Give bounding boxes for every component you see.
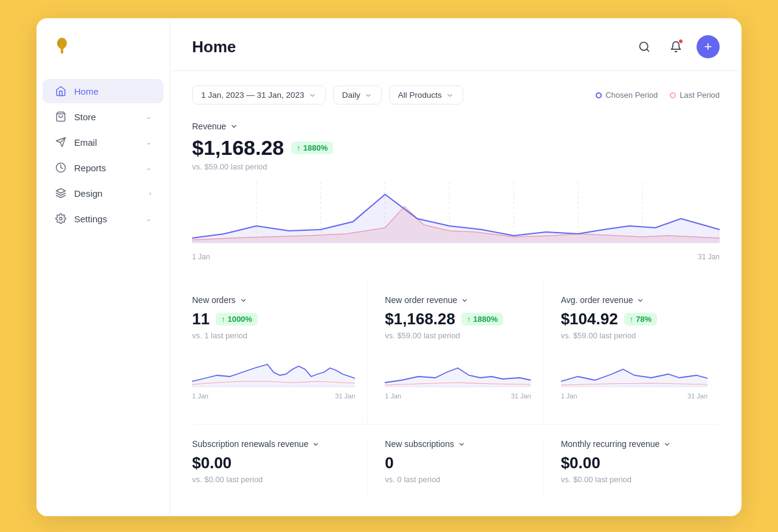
- sidebar-item-settings[interactable]: Settings ⌄: [43, 206, 164, 231]
- app-window: Home Store ⌄: [36, 18, 742, 516]
- legend-chosen-period: Chosen Period: [596, 90, 658, 100]
- new-orders-badge: ↑ 1000%: [216, 313, 258, 326]
- new-order-revenue-chart-labels: 1 Jan 31 Jan: [385, 392, 531, 400]
- metric-new-order-revenue: New order revenue $1,168.28 ↑ 1880% vs. …: [368, 281, 543, 424]
- sidebar-item-store-label: Store: [74, 112, 96, 122]
- reports-icon: [55, 162, 67, 174]
- filters-bar: 1 Jan, 2023 — 31 Jan, 2023 Daily All Pro…: [192, 86, 720, 104]
- new-order-revenue-label[interactable]: New order revenue: [385, 295, 531, 305]
- avg-order-revenue-chevron: [636, 296, 644, 304]
- sub-renewals-chevron: [312, 440, 320, 448]
- settings-chevron: ⌄: [146, 215, 151, 223]
- sub-renewals-vs: vs. $0.00 last period: [192, 475, 355, 484]
- legend-chosen-dot: [596, 92, 602, 98]
- sidebar-item-store[interactable]: Store ⌄: [43, 104, 164, 129]
- date-range-filter[interactable]: 1 Jan, 2023 — 31 Jan, 2023: [192, 86, 326, 104]
- mrr-label[interactable]: Monthly recurring revenue: [561, 439, 707, 449]
- sidebar-item-design[interactable]: Design ›: [43, 181, 164, 205]
- mrr-vs: vs. $0.00 last period: [561, 475, 707, 484]
- main-panel: Home + 1 Jan: [170, 18, 742, 516]
- new-orders-label[interactable]: New orders: [192, 295, 355, 305]
- header-actions: +: [633, 35, 720, 58]
- avg-order-revenue-label[interactable]: Avg. order revenue: [561, 295, 707, 305]
- new-orders-vs: vs. 1 last period: [192, 331, 355, 340]
- new-subs-vs: vs. 0 last period: [385, 475, 531, 484]
- new-subs-value: 0: [385, 454, 531, 472]
- sidebar-nav: Home Store ⌄: [36, 79, 170, 231]
- product-filter[interactable]: All Products: [389, 86, 463, 104]
- metric-mrr: Monthly recurring revenue $0.00 vs. $0.0…: [544, 439, 720, 495]
- new-order-revenue-chevron: [461, 296, 469, 304]
- legend-last-period: Last Period: [670, 90, 720, 100]
- mrr-value: $0.00: [561, 454, 707, 472]
- new-order-revenue-chart: [385, 351, 531, 387]
- metric-avg-order-revenue: Avg. order revenue $104.92 ↑ 78% vs. $59…: [544, 281, 720, 424]
- new-orders-chevron: [239, 296, 247, 304]
- svg-line-6: [647, 49, 649, 52]
- sidebar-item-design-label: Design: [74, 188, 103, 199]
- new-order-revenue-badge: ↑ 1880%: [461, 313, 503, 326]
- sidebar-item-email[interactable]: Email ⌄: [43, 130, 164, 154]
- reports-chevron: ⌄: [146, 164, 151, 172]
- logo-icon: [51, 35, 73, 57]
- design-icon: [55, 187, 67, 199]
- design-chevron: ›: [149, 189, 151, 197]
- revenue-chevron-icon: [230, 122, 238, 131]
- legend-last-dot: [670, 92, 676, 98]
- avg-order-revenue-chart: [561, 351, 707, 387]
- new-orders-value: 11 ↑ 1000%: [192, 310, 355, 329]
- metrics-grid: New orders 11 ↑ 1000% vs. 1 last period: [192, 281, 720, 424]
- avg-order-revenue-vs: vs. $59.00 last period: [561, 331, 707, 340]
- avg-order-revenue-value: $104.92 ↑ 78%: [561, 310, 707, 329]
- new-order-revenue-value: $1,168.28 ↑ 1880%: [385, 310, 531, 329]
- content-area: 1 Jan, 2023 — 31 Jan, 2023 Daily All Pro…: [170, 71, 742, 516]
- settings-icon: [55, 213, 67, 225]
- new-orders-chart: [192, 351, 355, 387]
- avg-order-revenue-badge: ↑ 78%: [624, 313, 658, 326]
- add-button[interactable]: +: [697, 35, 720, 58]
- sidebar-item-home-label: Home: [74, 86, 98, 97]
- email-chevron: ⌄: [146, 138, 151, 146]
- metric-new-subs: New subscriptions 0 vs. 0 last period: [368, 439, 543, 495]
- revenue-section: Revenue $1,168.28 ↑ 1880% vs. $59.00 las…: [192, 121, 720, 261]
- date-chevron-icon: [308, 91, 317, 100]
- revenue-vs: vs. $59.00 last period: [192, 162, 720, 171]
- sidebar-logo: [36, 35, 170, 79]
- revenue-badge: ↑ 1880%: [291, 142, 333, 154]
- revenue-value: $1,168.28 ↑ 1880%: [192, 136, 720, 160]
- interval-filter[interactable]: Daily: [333, 86, 382, 104]
- bottom-metrics-grid: Subscription renewals revenue $0.00 vs. …: [192, 424, 720, 495]
- new-order-revenue-vs: vs. $59.00 last period: [385, 331, 531, 340]
- svg-point-4: [60, 217, 63, 220]
- product-chevron-icon: [446, 91, 454, 100]
- revenue-label[interactable]: Revenue: [192, 121, 720, 131]
- sidebar-item-home[interactable]: Home: [43, 79, 164, 103]
- revenue-chart-labels: 1 Jan 31 Jan: [192, 253, 720, 261]
- sub-renewals-label[interactable]: Subscription renewals revenue: [192, 439, 355, 449]
- store-icon: [55, 111, 67, 123]
- email-icon: [55, 136, 67, 148]
- mrr-chevron: [663, 440, 671, 448]
- sub-renewals-value: $0.00: [192, 454, 355, 472]
- notifications-button[interactable]: [665, 36, 687, 58]
- revenue-chart: [192, 182, 720, 249]
- metric-new-orders: New orders 11 ↑ 1000% vs. 1 last period: [192, 281, 368, 424]
- new-subs-label[interactable]: New subscriptions: [385, 439, 531, 449]
- store-chevron: ⌄: [146, 113, 151, 121]
- interval-chevron-icon: [364, 91, 373, 100]
- page-title: Home: [192, 38, 236, 56]
- home-icon: [55, 85, 67, 97]
- new-subs-chevron: [458, 440, 466, 448]
- sidebar-item-email-label: Email: [74, 137, 97, 148]
- search-icon: [638, 41, 650, 53]
- chart-legend: Chosen Period Last Period: [596, 90, 720, 100]
- notification-badge: [678, 39, 683, 44]
- search-button[interactable]: [633, 36, 655, 58]
- sidebar: Home Store ⌄: [36, 18, 170, 516]
- metric-sub-renewals: Subscription renewals revenue $0.00 vs. …: [192, 439, 368, 495]
- sidebar-item-reports[interactable]: Reports ⌄: [43, 155, 164, 180]
- new-orders-chart-labels: 1 Jan 31 Jan: [192, 392, 355, 400]
- sidebar-item-reports-label: Reports: [74, 163, 106, 173]
- header: Home +: [170, 18, 742, 71]
- sidebar-item-settings-label: Settings: [74, 214, 107, 224]
